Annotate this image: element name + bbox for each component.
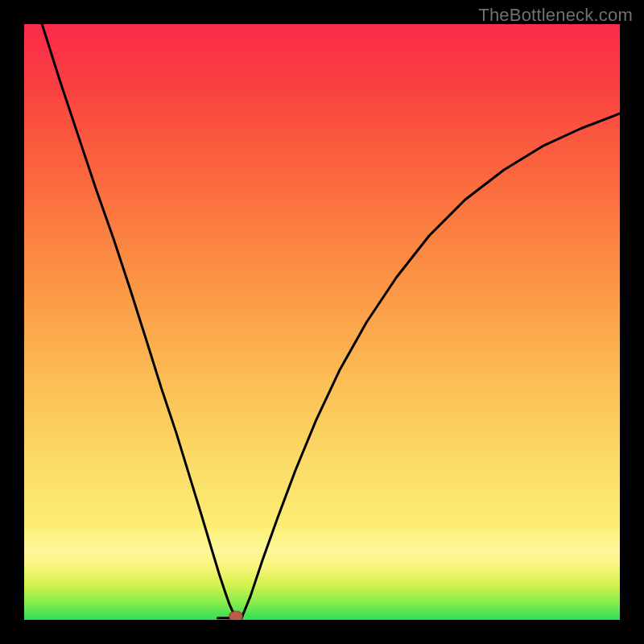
chart-frame: TheBottleneck.com (0, 0, 644, 644)
curve-svg (24, 24, 620, 620)
bottleneck-curve (42, 24, 620, 618)
plot-area (24, 24, 620, 620)
optimal-point-marker (229, 612, 242, 620)
watermark-text: TheBottleneck.com (478, 5, 633, 26)
